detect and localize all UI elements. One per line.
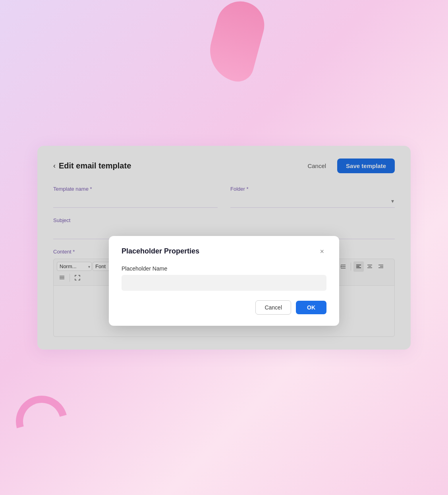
modal-close-button[interactable]: × xyxy=(317,247,326,256)
modal-overlay: Placeholder Properties × Placeholder Nam… xyxy=(37,146,411,350)
decorative-blob-1 xyxy=(203,0,270,85)
modal-header: Placeholder Properties × xyxy=(122,247,326,256)
placeholder-name-group: Placeholder Name xyxy=(122,265,326,300)
modal-actions: Cancel OK xyxy=(122,300,326,315)
placeholder-name-label: Placeholder Name xyxy=(122,265,326,272)
main-card: ‹ Edit email template Cancel Save templa… xyxy=(37,146,411,350)
modal-title: Placeholder Properties xyxy=(122,247,199,255)
placeholder-properties-modal: Placeholder Properties × Placeholder Nam… xyxy=(109,236,339,326)
placeholder-name-input[interactable] xyxy=(122,275,326,291)
decorative-blob-2 xyxy=(6,386,77,457)
modal-cancel-button[interactable]: Cancel xyxy=(255,300,291,315)
modal-ok-button[interactable]: OK xyxy=(296,301,326,314)
